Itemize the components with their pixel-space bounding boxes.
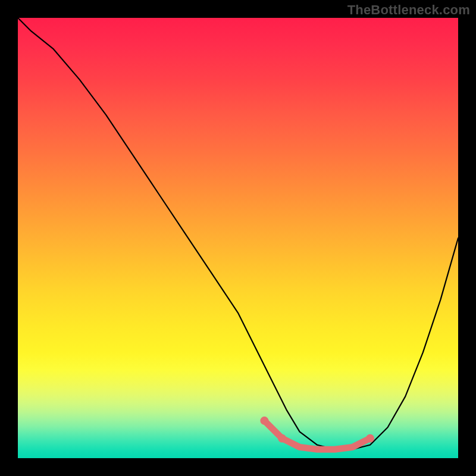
highlight-marker <box>366 434 374 443</box>
bottleneck-curve <box>18 18 458 449</box>
plot-area <box>18 18 458 458</box>
chart-frame: TheBottleneck.com <box>0 0 476 476</box>
highlight-marker <box>260 416 268 425</box>
watermark-label: TheBottleneck.com <box>347 2 470 18</box>
chart-svg <box>18 18 458 458</box>
highlight-marker <box>278 434 286 443</box>
